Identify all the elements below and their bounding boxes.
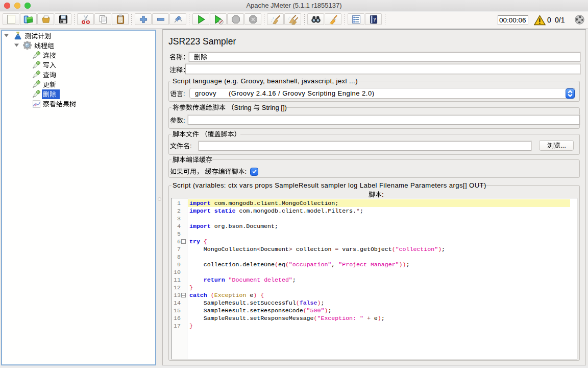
- svg-text:String: String: [234, 104, 254, 111]
- svg-text::: :: [183, 90, 185, 98]
- svg-text::: :: [183, 117, 185, 124]
- svg-text:?: ?: [373, 17, 376, 22]
- svg-text::: :: [382, 191, 384, 198]
- svg-text:...: ...: [560, 142, 566, 149]
- svg-text::: :: [190, 142, 192, 150]
- svg-text:String []): String []): [260, 104, 287, 111]
- svg-text::: :: [245, 168, 247, 175]
